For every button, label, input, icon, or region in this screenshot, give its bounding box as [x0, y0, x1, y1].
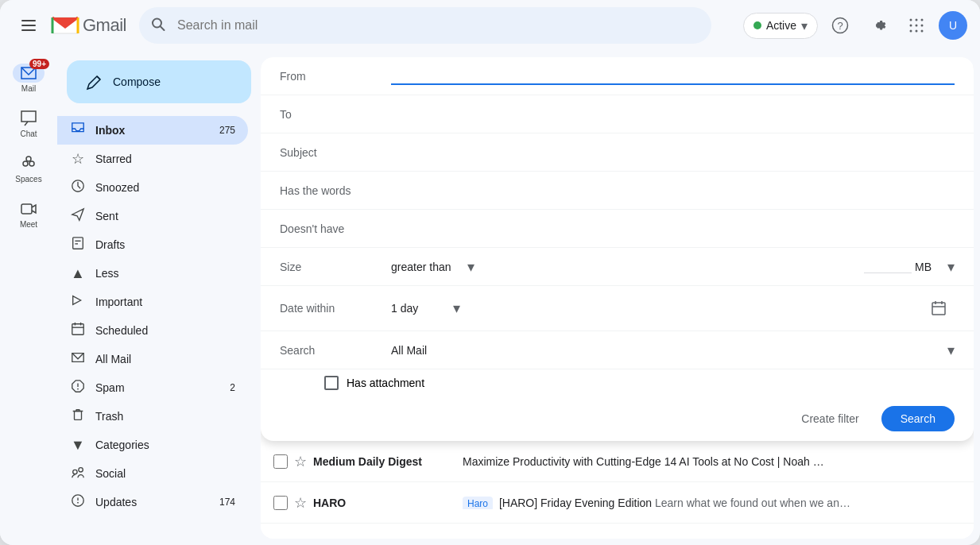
date-calendar-button[interactable]	[923, 292, 955, 324]
updates-icon	[70, 493, 86, 512]
size-select-wrap: greater than less than ▾	[391, 258, 864, 276]
categories-icon: ▼	[70, 437, 86, 454]
has-attachment-checkbox[interactable]	[324, 376, 339, 390]
settings-button[interactable]	[862, 10, 894, 41]
from-input[interactable]	[391, 68, 955, 85]
sidebar-important-label: Important	[95, 296, 235, 308]
sidebar-allmail-label: All Mail	[95, 353, 235, 365]
has-words-input[interactable]	[391, 184, 955, 197]
svg-rect-19	[21, 204, 32, 214]
svg-point-10	[910, 25, 912, 27]
star-icon[interactable]: ☆	[294, 494, 307, 512]
email-tag: Haro	[463, 497, 493, 509]
svg-rect-1	[21, 25, 36, 26]
drafts-icon	[70, 236, 86, 254]
size-comparison-arrow-icon: ▾	[467, 258, 475, 276]
svg-point-34	[79, 467, 83, 471]
date-select-wrap: 1 day 3 days 1 week 2 weeks 1 month 2 mo…	[391, 300, 460, 317]
sidebar-starred-label: Starred	[95, 153, 235, 165]
sidebar-item-drafts[interactable]: Drafts	[57, 230, 248, 259]
search-filter-panel: From To Subject Has the wo	[261, 57, 974, 441]
email-sender: HARO	[313, 497, 456, 509]
rail-item-mail[interactable]: 99+ Mail	[6, 57, 51, 99]
table-row[interactable]: ☆ HARO Haro [HARO] Friday Evening Editio…	[261, 482, 974, 524]
icon-rail: 99+ Mail Chat	[0, 51, 57, 545]
mail-badge: 99+	[29, 59, 49, 69]
email-checkbox[interactable]	[273, 454, 288, 469]
sidebar-social-label: Social	[95, 467, 235, 480]
active-status-button[interactable]: Active ▾	[743, 13, 818, 39]
email-subject-text: [HARO] Friday Evening Edition	[499, 497, 652, 509]
rail-meet-label: Meet	[20, 220, 37, 229]
sidebar-item-starred[interactable]: ☆ Starred	[57, 145, 248, 173]
star-icon: ☆	[70, 150, 86, 168]
size-comparison-select[interactable]: greater than less than	[391, 261, 467, 273]
rail-item-spaces[interactable]: Spaces	[6, 148, 51, 190]
sidebar-item-less[interactable]: ▲ Less	[57, 259, 248, 288]
allmail-icon	[70, 350, 86, 369]
content-area: 1–50 of 934 From To	[261, 57, 974, 539]
svg-line-4	[160, 26, 164, 30]
filter-row-subject: Subject	[261, 133, 974, 172]
main-layout: 99+ Mail Chat	[0, 51, 980, 545]
to-label: To	[280, 108, 391, 121]
svg-rect-21	[73, 237, 83, 248]
sidebar-item-inbox[interactable]: Inbox 275	[57, 116, 248, 145]
svg-rect-25	[72, 323, 83, 334]
svg-point-15	[921, 30, 924, 33]
topbar-right: Active ▾ ?	[743, 10, 967, 41]
svg-point-37	[77, 501, 79, 503]
rail-item-meet[interactable]: Meet	[6, 193, 51, 235]
email-sender: Medium Daily Digest	[313, 455, 456, 468]
compose-button[interactable]: Compose	[67, 60, 251, 103]
search-input[interactable]	[139, 7, 711, 44]
help-button[interactable]: ?	[824, 10, 856, 41]
email-checkbox[interactable]	[273, 496, 288, 510]
to-input[interactable]	[391, 108, 955, 121]
create-filter-button[interactable]: Create filter	[788, 406, 871, 431]
search-in-select[interactable]: All Mail Inbox Starred Sent Drafts Trash…	[391, 344, 947, 357]
gmail-logo: Gmail	[51, 14, 126, 37]
sidebar-item-social[interactable]: Social	[57, 459, 248, 488]
size-number-input[interactable]	[864, 260, 912, 273]
sidebar-item-important[interactable]: Important	[57, 288, 248, 316]
sidebar-item-scheduled[interactable]: Scheduled	[57, 316, 248, 345]
sidebar-less-label: Less	[95, 267, 235, 280]
avatar[interactable]: U	[939, 11, 967, 40]
filter-actions: Create filter Search	[261, 396, 974, 441]
sidebar-trash-label: Trash	[95, 410, 235, 423]
sidebar-item-trash[interactable]: Trash	[57, 402, 248, 431]
star-icon[interactable]: ☆	[294, 453, 307, 470]
size-comparison-wrap: greater than less than ▾	[391, 258, 475, 276]
search-button[interactable]: Search	[881, 406, 955, 431]
date-select[interactable]: 1 day 3 days 1 week 2 weeks 1 month 2 mo…	[391, 302, 453, 315]
search-in-select-wrap: All Mail Inbox Starred Sent Drafts Trash…	[391, 342, 955, 359]
sidebar-item-sent[interactable]: Sent	[57, 202, 248, 230]
size-unit-wrap: MB KB GB ▾	[915, 258, 955, 276]
active-chevron-icon: ▾	[801, 18, 808, 33]
compose-label: Compose	[113, 75, 161, 88]
sidebar-item-categories[interactable]: ▼ Categories	[57, 431, 248, 459]
doesnt-have-input[interactable]	[391, 222, 955, 235]
apps-button[interactable]	[901, 10, 932, 41]
rail-item-chat[interactable]: Chat	[6, 102, 51, 145]
menu-button[interactable]	[13, 10, 45, 41]
svg-point-18	[26, 157, 31, 161]
scheduled-icon	[70, 322, 86, 340]
sidebar-item-updates[interactable]: Updates 174	[57, 488, 248, 516]
trash-icon	[70, 408, 86, 426]
sidebar-scheduled-label: Scheduled	[95, 324, 235, 337]
subject-input[interactable]	[391, 146, 955, 159]
table-row[interactable]: ☆ Medium Daily Digest Maximize Productiv…	[261, 441, 974, 482]
sidebar-updates-label: Updates	[95, 496, 210, 508]
email-subject: Maximize Productivity with Cutting-Edge …	[463, 455, 961, 468]
rail-mail-label: Mail	[21, 84, 36, 93]
size-mb-wrap: MB KB GB ▾	[864, 258, 955, 276]
filter-row-date: Date within 1 day 3 days 1 week 2 weeks …	[261, 286, 974, 331]
sidebar-item-allmail[interactable]: All Mail	[57, 345, 248, 373]
sidebar-item-snoozed[interactable]: Snoozed	[57, 173, 248, 202]
sidebar: Compose Inbox 275 ☆ Starred Snoozed	[57, 51, 261, 545]
sidebar-item-spam[interactable]: Spam 2	[57, 373, 248, 402]
spam-badge: 2	[230, 382, 235, 393]
size-unit-select[interactable]: MB KB GB	[915, 261, 947, 273]
